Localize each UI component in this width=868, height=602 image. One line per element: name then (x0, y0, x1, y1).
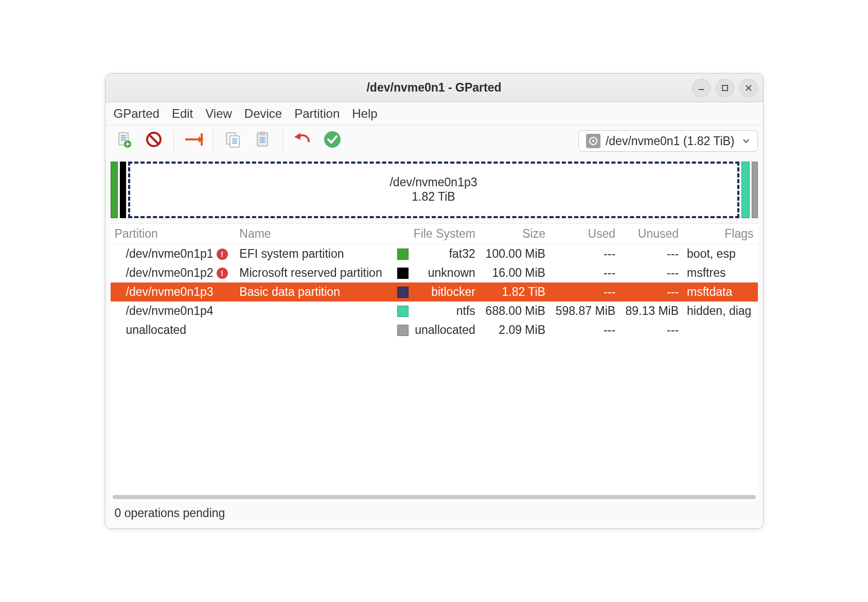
cell-name: Microsoft reserved partition (235, 263, 391, 282)
cell-flags: msftres (683, 263, 757, 282)
table-row[interactable]: unallocatedunallocated2.09 MiB------ (111, 321, 758, 340)
apply-icon (324, 131, 341, 151)
paste-button[interactable] (250, 129, 276, 153)
close-button[interactable] (739, 79, 758, 97)
partition-map: /dev/nvme0n1p3 1.82 TiB (105, 156, 763, 220)
svg-point-27 (324, 131, 341, 148)
maximize-button[interactable] (716, 79, 734, 97)
cell-filesystem: bitlocker (414, 285, 475, 299)
cell-partition: unallocated (126, 323, 187, 337)
cell-filesystem: unknown (414, 266, 475, 280)
map-selected-line2: 1.82 TiB (412, 190, 455, 204)
table-row[interactable]: /dev/nvme0n1p1!EFI system partitionfat32… (111, 244, 758, 264)
cell-unused: 89.13 MiB (619, 302, 683, 321)
cell-unused: --- (619, 244, 683, 264)
cell-filesystem: unallocated (414, 323, 475, 337)
fs-swatch-icon (397, 268, 409, 279)
undo-icon (293, 132, 312, 150)
cell-name: Basic data partition (235, 282, 391, 302)
cell-size: 1.82 TiB (480, 282, 550, 302)
cell-partition: /dev/nvme0n1p2 (126, 266, 214, 280)
statusbar-text: 0 operations pending (115, 506, 225, 520)
minimize-button[interactable] (692, 79, 711, 97)
col-size[interactable]: Size (480, 224, 550, 244)
map-selected-line1: /dev/nvme0n1p3 (389, 175, 477, 190)
menu-partition[interactable]: Partition (294, 107, 340, 121)
toolbar-separator (173, 131, 174, 151)
table-row[interactable]: /dev/nvme0n1p3Basic data partitionbitloc… (111, 282, 758, 302)
cell-size: 2.09 MiB (480, 321, 550, 340)
menu-gparted[interactable]: GParted (114, 107, 160, 121)
fs-swatch-icon (397, 249, 409, 260)
map-seg-p1[interactable] (111, 162, 118, 218)
cell-size: 100.00 MiB (480, 244, 550, 264)
svg-line-12 (149, 135, 158, 144)
col-name[interactable]: Name (235, 224, 391, 244)
cell-partition: /dev/nvme0n1p1 (126, 247, 214, 261)
svg-marker-26 (294, 133, 300, 140)
chevron-down-icon (742, 134, 750, 148)
map-seg-p2[interactable] (120, 162, 126, 218)
map-seg-p4[interactable] (741, 162, 750, 218)
cell-flags: hidden, diag (683, 302, 757, 321)
svg-point-29 (592, 140, 594, 142)
delete-icon (146, 131, 162, 151)
device-selector-label: /dev/nvme0n1 (1.82 TiB) (606, 134, 735, 148)
apply-button[interactable] (319, 129, 346, 153)
col-filesystem[interactable]: File System (391, 224, 480, 244)
fs-swatch-icon (397, 325, 409, 336)
cell-used: --- (550, 282, 619, 302)
cell-flags (683, 321, 757, 340)
warning-icon: ! (217, 268, 228, 279)
paste-icon (254, 131, 272, 151)
menu-edit[interactable]: Edit (172, 107, 193, 121)
cell-unused: --- (619, 282, 683, 302)
delete-partition-button[interactable] (140, 129, 167, 153)
cell-used: --- (550, 244, 619, 264)
menu-device[interactable]: Device (244, 107, 282, 121)
device-selector[interactable]: /dev/nvme0n1 (1.82 TiB) (578, 130, 758, 152)
cell-name: EFI system partition (235, 244, 391, 264)
cell-name (235, 302, 391, 321)
cell-used: 598.87 MiB (550, 302, 619, 321)
svg-rect-22 (260, 132, 265, 135)
harddisk-icon (586, 134, 600, 148)
horizontal-scrollbar[interactable] (113, 495, 756, 499)
cell-flags: msftdata (683, 282, 757, 302)
cell-used: --- (550, 263, 619, 282)
table-row[interactable]: /dev/nvme0n1p4ntfs688.00 MiB598.87 MiB89… (111, 302, 758, 321)
cell-flags: boot, esp (683, 244, 757, 264)
menubar: GParted Edit View Device Partition Help (105, 102, 763, 126)
cell-used: --- (550, 321, 619, 340)
cell-filesystem: ntfs (414, 304, 475, 318)
map-seg-p3-selected[interactable]: /dev/nvme0n1p3 1.82 TiB (128, 162, 739, 218)
cell-unused: --- (619, 321, 683, 340)
cell-size: 688.00 MiB (480, 302, 550, 321)
col-flags[interactable]: Flags (683, 224, 757, 244)
copy-icon (224, 131, 242, 151)
map-seg-unallocated[interactable] (752, 162, 758, 218)
statusbar: 0 operations pending (105, 501, 763, 528)
col-used[interactable]: Used (550, 224, 619, 244)
window-title: /dev/nvme0n1 - GParted (105, 81, 763, 95)
cell-name (235, 321, 391, 340)
fs-swatch-icon (397, 306, 409, 317)
partition-table: Partition Name File System Size Used Unu… (111, 223, 758, 501)
menu-view[interactable]: View (205, 107, 232, 121)
undo-button[interactable] (289, 129, 316, 153)
cell-unused: --- (619, 263, 683, 282)
copy-button[interactable] (220, 129, 246, 153)
col-partition[interactable]: Partition (111, 224, 236, 244)
toolbar-separator (213, 131, 214, 151)
new-partition-button[interactable] (111, 129, 137, 153)
document-new-icon (116, 131, 132, 151)
cell-filesystem: fat32 (414, 247, 475, 261)
table-row[interactable]: /dev/nvme0n1p2!Microsoft reserved partit… (111, 263, 758, 282)
menu-help[interactable]: Help (352, 107, 377, 121)
cell-partition: /dev/nvme0n1p4 (126, 304, 214, 318)
col-unused[interactable]: Unused (619, 224, 683, 244)
svg-rect-1 (722, 85, 728, 91)
cell-size: 16.00 MiB (480, 263, 550, 282)
resize-icon (183, 131, 204, 151)
resize-move-button[interactable] (180, 129, 207, 153)
